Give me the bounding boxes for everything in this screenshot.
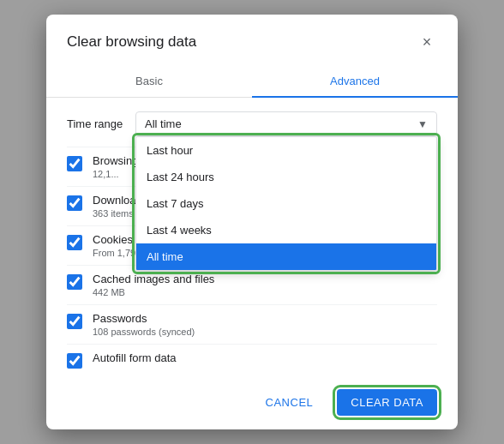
item-passwords-label: Passwords [93,312,195,325]
time-range-label: Time range [67,117,135,130]
checkbox-downloads[interactable] [67,195,82,211]
checkbox-passwords[interactable] [67,314,82,329]
item-passwords-sub: 108 passwords (synced) [93,327,195,337]
clear-browsing-data-dialog: Clear browsing data × Basic Advanced Tim… [46,15,458,429]
checkbox-browsing[interactable] [67,156,82,171]
time-range-row: Time range All time ▼ Last hour Last 24 … [67,111,437,136]
time-range-select[interactable]: All time ▼ [135,111,437,136]
dropdown-item-last-7-days[interactable]: Last 7 days [136,190,436,217]
dropdown-item-last-4-weeks[interactable]: Last 4 weeks [136,217,436,243]
close-button[interactable]: × [417,32,437,52]
tabs-container: Basic Advanced [46,66,458,98]
dialog-title: Clear browsing data [67,33,196,51]
clear-data-button[interactable]: CLEAR DATA [337,389,437,416]
dialog-footer: CANCEL CLEAR DATA [46,379,458,429]
checkbox-cookies[interactable] [67,235,82,250]
time-range-value: All time [145,117,182,130]
cancel-button[interactable]: CANCEL [252,389,327,416]
item-passwords: Passwords 108 passwords (synced) [67,304,437,344]
chevron-down-icon: ▼ [417,118,428,130]
item-autofill-label: Autofill form data [93,351,177,364]
item-autofill: Autofill form data [67,344,437,379]
dropdown-item-last-24-hours[interactable]: Last 24 hours [136,164,436,190]
dialog-header: Clear browsing data × [46,15,458,52]
checkbox-cache[interactable] [67,274,82,290]
checkbox-autofill[interactable] [67,353,82,369]
dialog-content: Time range All time ▼ Last hour Last 24 … [46,98,458,379]
dropdown-item-last-hour[interactable]: Last hour [136,137,436,164]
item-cache-label: Cached images and files [93,273,214,285]
tab-basic[interactable]: Basic [46,66,252,98]
tab-advanced[interactable]: Advanced [252,66,458,98]
dropdown-item-all-time[interactable]: All time [136,243,436,270]
time-range-dropdown: Last hour Last 24 hours Last 7 days Last… [135,136,437,271]
item-cache-sub: 442 MB [93,287,214,297]
time-range-select-wrapper: All time ▼ Last hour Last 24 hours Last … [135,111,437,136]
